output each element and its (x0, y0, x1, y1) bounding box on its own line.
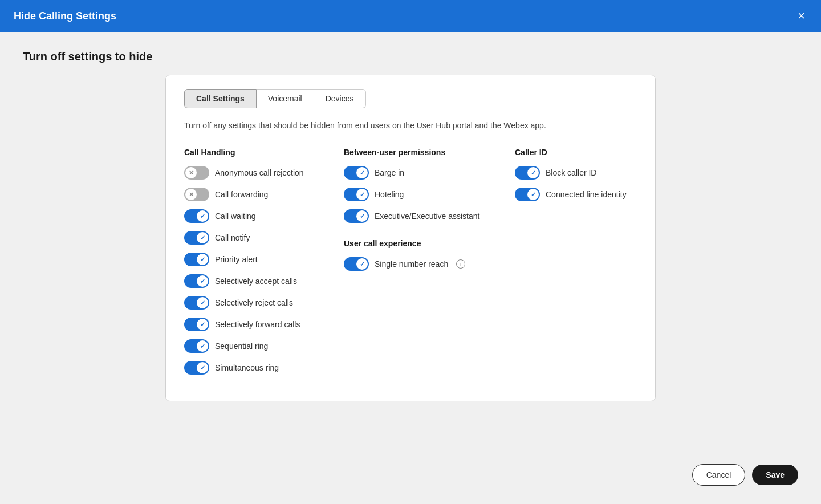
list-item: ✓ Sequential ring (184, 339, 332, 353)
selectively-reject-calls-toggle[interactable]: ✓ (184, 296, 209, 310)
call-waiting-label: Call waiting (215, 212, 256, 221)
list-item: ✕ Call forwarding (184, 188, 332, 201)
selectively-accept-calls-toggle[interactable]: ✓ (184, 274, 209, 288)
list-item: ✓ Call waiting (184, 209, 332, 223)
tab-devices[interactable]: Devices (314, 89, 366, 108)
tab-call-settings[interactable]: Call Settings (184, 89, 257, 108)
single-number-reach-toggle[interactable]: ✓ (344, 257, 369, 271)
call-waiting-toggle[interactable]: ✓ (184, 209, 209, 223)
call-forwarding-label: Call forwarding (215, 190, 268, 199)
tab-voicemail[interactable]: Voicemail (257, 89, 314, 108)
main-content: Turn off settings to hide Call Settings … (0, 32, 821, 504)
priority-alert-label: Priority alert (215, 255, 258, 264)
sequential-ring-label: Sequential ring (215, 342, 268, 351)
anonymous-call-rejection-toggle[interactable]: ✕ (184, 166, 209, 180)
caller-id-column: Caller ID ✓ Block caller ID ✓ (515, 148, 663, 383)
list-item: ✓ Selectively reject calls (184, 296, 332, 310)
selectively-reject-calls-label: Selectively reject calls (215, 298, 293, 307)
call-forwarding-toggle[interactable]: ✕ (184, 188, 209, 201)
hoteling-label: Hoteling (375, 190, 404, 199)
between-user-column: Between-user permissions ✓ Barge in ✓ (344, 148, 503, 383)
simultaneous-ring-label: Simultaneous ring (215, 363, 279, 372)
description-text: Turn off any settings that should be hid… (184, 120, 637, 132)
info-icon[interactable]: i (456, 259, 465, 269)
settings-card: Call Settings Voicemail Devices Turn off… (165, 75, 656, 401)
list-item: ✓ Executive/Executive assistant (344, 209, 503, 223)
barge-in-label: Barge in (375, 168, 404, 177)
list-item: ✓ Barge in (344, 166, 503, 180)
between-user-header: Between-user permissions (344, 148, 503, 157)
selectively-forward-calls-label: Selectively forward calls (215, 320, 300, 329)
block-caller-id-label: Block caller ID (546, 168, 596, 177)
sequential-ring-toggle[interactable]: ✓ (184, 339, 209, 353)
executive-assistant-label: Executive/Executive assistant (375, 212, 479, 221)
modal-title: Hide Calling Settings (14, 10, 116, 22)
call-notify-label: Call notify (215, 233, 250, 242)
call-notify-toggle[interactable]: ✓ (184, 231, 209, 245)
settings-grid: Call Handling ✕ Anonymous call rejection… (184, 148, 637, 383)
simultaneous-ring-toggle[interactable]: ✓ (184, 361, 209, 375)
cancel-button[interactable]: Cancel (692, 464, 746, 486)
footer-actions: Cancel Save (692, 464, 798, 486)
connected-line-identity-toggle[interactable]: ✓ (515, 188, 540, 201)
anonymous-call-rejection-label: Anonymous call rejection (215, 168, 304, 177)
modal-header: Hide Calling Settings × (0, 0, 821, 32)
tab-bar: Call Settings Voicemail Devices (184, 89, 637, 108)
list-item: ✓ Selectively forward calls (184, 318, 332, 331)
list-item: ✓ Simultaneous ring (184, 361, 332, 375)
selectively-accept-calls-label: Selectively accept calls (215, 277, 297, 286)
list-item: ✓ Hoteling (344, 188, 503, 201)
list-item: ✓ Priority alert (184, 253, 332, 266)
close-button[interactable]: × (795, 7, 807, 25)
call-handling-header: Call Handling (184, 148, 332, 157)
list-item: ✕ Anonymous call rejection (184, 166, 332, 180)
list-item: ✓ Call notify (184, 231, 332, 245)
single-number-reach-label: Single number reach (375, 259, 448, 269)
save-button[interactable]: Save (752, 465, 798, 485)
selectively-forward-calls-toggle[interactable]: ✓ (184, 318, 209, 331)
executive-assistant-toggle[interactable]: ✓ (344, 209, 369, 223)
connected-line-identity-label: Connected line identity (546, 190, 627, 199)
barge-in-toggle[interactable]: ✓ (344, 166, 369, 180)
user-call-experience-header: User call experience (344, 239, 503, 248)
list-item: ✓ Block caller ID (515, 166, 663, 180)
block-caller-id-toggle[interactable]: ✓ (515, 166, 540, 180)
call-handling-column: Call Handling ✕ Anonymous call rejection… (184, 148, 332, 383)
list-item: ✓ Single number reach i (344, 257, 503, 271)
caller-id-header: Caller ID (515, 148, 663, 157)
list-item: ✓ Connected line identity (515, 188, 663, 201)
priority-alert-toggle[interactable]: ✓ (184, 253, 209, 266)
list-item: ✓ Selectively accept calls (184, 274, 332, 288)
page-title: Turn off settings to hide (23, 50, 798, 63)
hoteling-toggle[interactable]: ✓ (344, 188, 369, 201)
